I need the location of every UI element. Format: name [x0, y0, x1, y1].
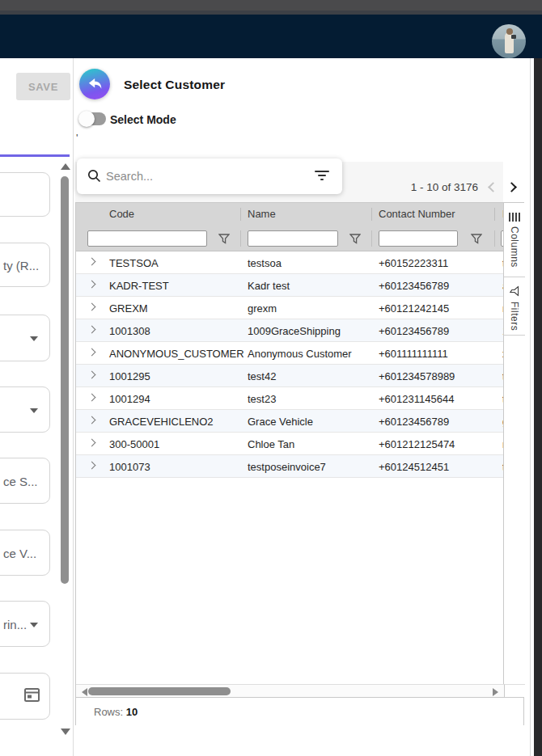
row-expand-chevron-icon[interactable]	[88, 416, 96, 424]
cell-code: 300-50001	[109, 438, 159, 450]
tab-columns-label: Columns	[509, 226, 520, 268]
filter-list-icon[interactable]	[315, 171, 329, 182]
sidebar-scroll-up-arrow[interactable]	[61, 163, 70, 170]
search-box	[77, 158, 342, 194]
cell-name: testsoa	[248, 257, 282, 269]
form-field-quantity-text: ty (R...	[3, 258, 39, 272]
right-edge-strip	[534, 58, 542, 756]
filter-separator	[240, 230, 241, 247]
cell-contact: +60124512451	[379, 461, 449, 473]
form-field-service-2[interactable]: ce V...	[0, 530, 50, 576]
table-row[interactable]: GREXM grexm +60121242145 r	[76, 297, 504, 319]
cell-code: 1001294	[109, 393, 150, 405]
form-field-1[interactable]	[0, 172, 50, 217]
user-avatar[interactable]	[492, 24, 526, 58]
pagination-range-label: 1 - 10 of 3176	[411, 181, 478, 193]
tab-filters-label: Filters	[509, 302, 520, 331]
left-form-sidebar: SAVE ty (R... ce S... ce V... rin...	[0, 58, 74, 756]
cell-contact: +601212125474	[379, 438, 455, 450]
hscroll-left-arrow[interactable]	[82, 688, 87, 696]
grid-header-row: Code Name Contact Number E	[76, 203, 504, 226]
form-field-quantity[interactable]: ty (R...	[0, 243, 50, 287]
cell-name: test23	[248, 393, 276, 405]
next-page-button[interactable]	[506, 182, 517, 192]
table-row[interactable]: 1001073 testposeinvoice7 +60124512451 t	[76, 455, 504, 478]
cell-name: Kadr test	[248, 280, 290, 292]
filter-funnel-icon-contact[interactable]	[471, 233, 482, 247]
pagination: 1 - 10 of 3176	[411, 181, 515, 193]
grid-viewport: Code Name Contact Number E	[76, 203, 504, 684]
cell-name: test42	[248, 370, 276, 382]
table-row[interactable]: 1001294 test23 +601231145644 t	[76, 387, 504, 410]
row-expand-chevron-icon[interactable]	[88, 371, 96, 379]
table-row[interactable]: 1001308 1009GraceShipping +60123456789 1	[76, 319, 504, 342]
table-row[interactable]: TESTSOA testsoa +60152223311 t	[76, 251, 504, 274]
filter-input-code[interactable]	[87, 230, 207, 247]
table-row[interactable]: 300-50001 Chloe Tan +601212125474 r	[76, 433, 504, 455]
search-input[interactable]	[106, 164, 300, 188]
header-separator	[494, 208, 495, 221]
filter-funnel-icon-code[interactable]	[218, 233, 230, 247]
row-expand-chevron-icon[interactable]	[88, 439, 96, 447]
tab-columns[interactable]: Columns	[504, 205, 525, 277]
header-separator	[371, 208, 372, 221]
cell-code: TESTSOA	[109, 257, 159, 269]
row-expand-chevron-icon[interactable]	[88, 258, 96, 266]
select-customer-panel: Select Customer Select Mode ' 1 - 10 of …	[74, 58, 530, 756]
rows-value: 10	[126, 706, 138, 718]
save-button[interactable]: SAVE	[16, 73, 70, 100]
cell-contact: +601111111111	[379, 348, 448, 360]
scrollbar-corner	[504, 684, 525, 697]
table-row[interactable]: KADR-TEST Kadr test +60123456789 a	[76, 274, 504, 297]
sidebar-scroll-down-arrow[interactable]	[61, 729, 70, 735]
dropdown-caret-icon	[30, 623, 38, 627]
form-field-dropdown-1[interactable]	[0, 315, 50, 361]
hscroll-right-arrow[interactable]	[493, 688, 498, 696]
cell-contact: +60123456789	[379, 416, 449, 428]
column-header-code[interactable]: Code	[109, 208, 134, 220]
sidebar-scrollbar-thumb[interactable]	[61, 176, 69, 584]
filter-funnel-icon-name[interactable]	[349, 233, 361, 247]
cell-code: GREXM	[109, 302, 148, 315]
cell-code: GRACEVEHICLENO2	[109, 416, 214, 428]
filter-input-contact[interactable]	[379, 230, 458, 247]
columns-icon	[509, 213, 520, 222]
select-mode-toggle[interactable]	[80, 112, 106, 125]
cell-code: 1001295	[109, 370, 150, 382]
grid-footer: Rows: 10	[76, 697, 523, 725]
column-header-name[interactable]: Name	[248, 208, 276, 220]
row-expand-chevron-icon[interactable]	[88, 394, 96, 402]
form-field-service-1[interactable]: ce S...	[0, 458, 50, 504]
form-field-dropdown-2[interactable]	[0, 386, 50, 433]
rows-label: Rows:	[94, 706, 123, 718]
row-expand-chevron-icon[interactable]	[88, 326, 96, 334]
search-icon	[87, 169, 101, 183]
previous-page-button[interactable]	[488, 182, 498, 192]
row-expand-chevron-icon[interactable]	[88, 281, 96, 289]
table-body: TESTSOA testsoa +60152223311 t KADR-TEST…	[76, 251, 504, 478]
calendar-icon[interactable]	[23, 686, 40, 707]
cell-name: 1009GraceShipping	[248, 325, 341, 337]
browser-top-strip	[0, 0, 542, 11]
rows-count-label: Rows: 10	[94, 706, 138, 718]
filter-input-name[interactable]	[248, 230, 338, 247]
cell-code: 1001308	[109, 325, 150, 337]
form-field-dropdown-3[interactable]: rin...	[0, 601, 50, 647]
back-arrow-icon	[89, 78, 101, 89]
row-expand-chevron-icon[interactable]	[88, 462, 96, 470]
back-button[interactable]	[79, 69, 110, 99]
table-row[interactable]: ANONYMOUS_CUSTOMER Anonymous Customer +6…	[76, 342, 504, 365]
cell-name: Anonymous Customer	[248, 348, 352, 360]
table-row[interactable]: GRACEVEHICLENO2 Grace Vehicle +601234567…	[76, 410, 504, 433]
form-field-date[interactable]	[0, 673, 50, 720]
form-field-service2-text: ce V...	[3, 546, 36, 560]
column-header-contact[interactable]: Contact Number	[379, 208, 455, 220]
tab-filters[interactable]: Filters	[504, 277, 525, 336]
filters-icon	[509, 286, 520, 297]
row-expand-chevron-icon[interactable]	[88, 303, 96, 311]
cell-contact: +60123456789	[379, 280, 449, 292]
hscroll-thumb[interactable]	[88, 687, 231, 695]
row-expand-chevron-icon[interactable]	[88, 348, 96, 357]
table-row[interactable]: 1001295 test42 +601234578989 t	[76, 365, 504, 387]
filter-separator	[494, 230, 495, 247]
